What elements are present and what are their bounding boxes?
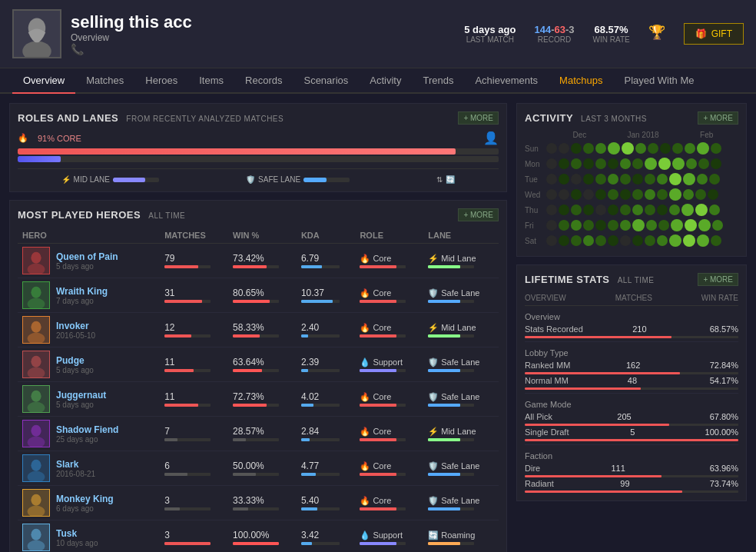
activity-dot: [608, 158, 618, 169]
role-icon-3: 💧: [360, 357, 370, 367]
activity-dot: [632, 219, 645, 231]
hero-lane-7: 🛡️ Safe Lane: [423, 486, 499, 520]
hero-cell-1: Wraith King 7 days ago: [18, 278, 160, 313]
hero-kda-2: 2.40: [297, 313, 356, 347]
last-match-stat: 5 days ago LAST MATCH: [464, 24, 516, 44]
activity-dot: [672, 143, 683, 154]
activity-dot: [681, 204, 694, 216]
hero-date-7: 6 days ago: [56, 504, 114, 513]
activity-dot: [595, 235, 606, 246]
hero-role-7: 🔥 Core: [355, 486, 423, 520]
lane-icon-8: 🔄: [428, 530, 439, 540]
table-row[interactable]: Wraith King 7 days ago 31 80.65% 10.37 🔥…: [18, 278, 499, 313]
nav-matchups[interactable]: Matchups: [549, 68, 613, 94]
nav-records[interactable]: Records: [234, 68, 293, 94]
nav-trends[interactable]: Trends: [412, 68, 464, 94]
lane-label-7: Safe Lane: [441, 496, 479, 505]
heroes-table: Hero Matches Win % KDA Role Lane: [18, 228, 499, 552]
col-role: Role: [355, 228, 423, 244]
activity-dot: [559, 220, 569, 231]
hero-role-4: 🔥 Core: [355, 382, 423, 417]
activity-dot: [620, 205, 631, 215]
hero-lane-0: ⚡ Mid Lane: [423, 244, 499, 278]
nav-matches[interactable]: Matches: [75, 68, 134, 94]
activity-dot: [645, 158, 657, 170]
lt-bar-3-1: [525, 490, 738, 493]
table-row[interactable]: Slark 2016-08-21 6 50.00% 4.77 🔥 Core 🛡️…: [18, 451, 499, 486]
table-row[interactable]: Shadow Fiend 25 days ago 7 28.57% 2.84 🔥…: [18, 417, 499, 451]
hero-role-1: 🔥 Core: [355, 278, 423, 313]
hero-lane-1: 🛡️ Safe Lane: [423, 278, 499, 313]
hero-winpct-8: 100.00%: [228, 520, 297, 553]
svg-point-10: [31, 321, 41, 333]
role-icon-1: 🔥: [360, 288, 370, 298]
activity-dot: [620, 235, 631, 246]
activity-dot: [646, 220, 657, 231]
table-row[interactable]: Pudge 5 days ago 11 63.64% 2.39 💧 Suppor…: [18, 347, 499, 382]
role-label-8: Support: [373, 530, 403, 540]
lifetime-more-button[interactable]: + MORE: [698, 273, 738, 286]
lt-divider: [525, 444, 738, 445]
day-sat: Sat: [525, 233, 546, 248]
lt-winrate-1-1: 54.17%: [696, 376, 738, 385]
activity-dot: [658, 220, 669, 231]
table-row[interactable]: Tusk 10 days ago 3 100.00% 3.42 💧 Suppor…: [18, 520, 499, 553]
lane-label-3: Safe Lane: [441, 357, 479, 367]
activity-dot: [559, 235, 569, 246]
hero-kda-8: 3.42: [297, 520, 356, 553]
svg-point-4: [31, 252, 41, 264]
role-label-2: Core: [373, 323, 391, 332]
activity-dot: [571, 205, 582, 215]
avatar: [12, 9, 61, 58]
activity-dot: [571, 143, 582, 154]
activity-dot: [698, 158, 709, 169]
activity-dot: [608, 189, 618, 200]
activity-month-labels: Dec Jan 2018 Feb: [548, 131, 738, 139]
gift-button[interactable]: 🎁 GIFT: [684, 23, 744, 45]
activity-chart: Sun Mon Tue Wed Thu Fri Sat: [525, 141, 738, 248]
hero-matches-5: 7: [160, 417, 228, 451]
record-neutral: -3: [565, 24, 575, 35]
lt-winrate-3-1: 73.74%: [696, 479, 738, 488]
table-row[interactable]: Queen of Pain 5 days ago 79 73.42% 6.79 …: [18, 244, 499, 278]
hero-lane-3: 🛡️ Safe Lane: [423, 347, 499, 382]
activity-dot: [711, 158, 721, 169]
role-label-3: Support: [373, 357, 403, 367]
hero-lane-2: ⚡ Mid Lane: [423, 313, 499, 347]
heroes-more-button[interactable]: + MORE: [458, 208, 499, 221]
activity-dot: [571, 158, 582, 169]
nav-heroes[interactable]: Heroes: [134, 68, 188, 94]
support-bar: [18, 156, 61, 162]
activity-dot: [645, 235, 655, 246]
roles-more-button[interactable]: + MORE: [458, 111, 499, 125]
hero-name-8: Tusk: [56, 528, 98, 539]
activity-dot: [620, 158, 631, 169]
hero-role-5: 🔥 Core: [355, 417, 423, 451]
person-icon: 👤: [483, 131, 499, 145]
hero-avatar-4: [22, 385, 50, 413]
hero-date-4: 5 days ago: [56, 401, 106, 409]
table-row[interactable]: Invoker 2016-05-10 12 58.33% 2.40 🔥 Core…: [18, 313, 499, 347]
core-role-row: 🔥 91% CORE 👤: [18, 131, 499, 162]
activity-dot: [683, 189, 694, 200]
lt-section-3: Faction: [525, 448, 738, 462]
record-losses: 63: [554, 24, 565, 35]
table-row[interactable]: Juggernaut 5 days ago 11 72.73% 4.02 🔥 C…: [18, 382, 499, 417]
nav-items[interactable]: Items: [188, 68, 234, 94]
activity-dot: [632, 205, 643, 215]
lt-row: Radiant 99 73.74%: [525, 477, 738, 493]
hero-role-0: 🔥 Core: [355, 244, 423, 278]
lane-icon-2: ⚡: [428, 323, 439, 333]
nav-played-with-me[interactable]: Played With Me: [613, 68, 705, 94]
nav-scenarios[interactable]: Scenarios: [293, 68, 359, 94]
hero-matches-7: 3: [160, 486, 228, 520]
nav-overview[interactable]: Overview: [12, 68, 75, 94]
nav-achievements[interactable]: Achievements: [464, 68, 549, 94]
hero-name-1: Wraith King: [56, 286, 108, 297]
activity-dot: [546, 220, 557, 231]
activity-more-button[interactable]: + MORE: [698, 111, 738, 125]
hero-date-3: 5 days ago: [56, 366, 94, 374]
table-row[interactable]: Monkey King 6 days ago 3 33.33% 5.40 🔥 C…: [18, 486, 499, 520]
hero-date-5: 25 days ago: [56, 435, 118, 444]
nav-activity[interactable]: Activity: [359, 68, 412, 94]
